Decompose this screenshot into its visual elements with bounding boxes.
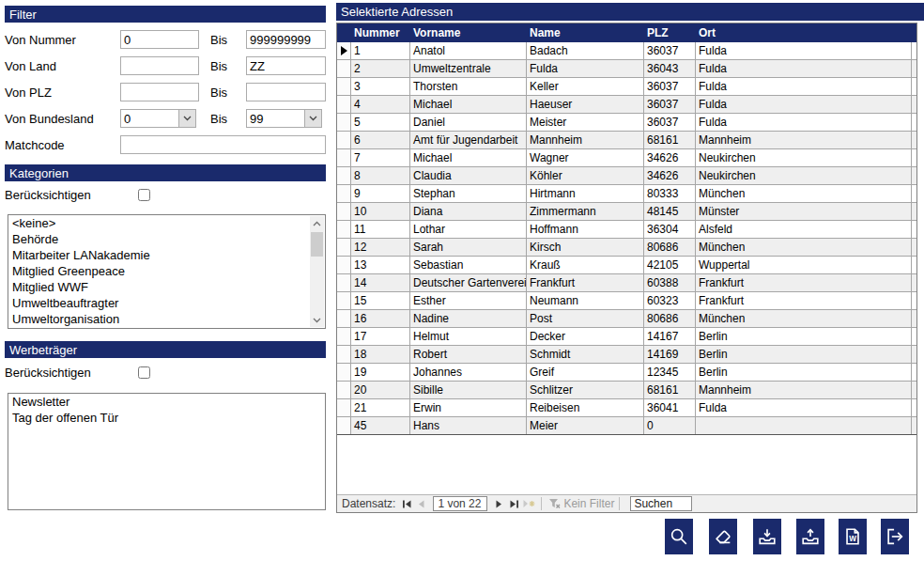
cell-ort[interactable]: Wuppertal	[696, 257, 912, 273]
cell-name[interactable]: Decker	[527, 328, 644, 345]
kategorien-consider-checkbox[interactable]	[138, 189, 150, 201]
cell-name[interactable]: Schmidt	[527, 346, 644, 363]
row-selector[interactable]	[337, 274, 351, 291]
kategorien-list-item[interactable]: Mitglied WWF	[8, 279, 325, 295]
next-record-button[interactable]	[491, 496, 506, 511]
row-selector[interactable]	[337, 149, 351, 166]
cell-nummer[interactable]: 3	[351, 78, 410, 95]
table-row[interactable]: 6Amt für JugendarbeitMannheim68161Mannhe…	[337, 132, 916, 149]
cell-plz[interactable]: 80686	[644, 239, 696, 256]
cell-ort[interactable]: Mannheim	[696, 382, 912, 398]
table-row[interactable]: 3ThorstenKeller36037Fulda	[337, 78, 916, 96]
col-header-vorname[interactable]: Vorname	[410, 26, 527, 39]
cell-name[interactable]: Frankfurt	[527, 274, 644, 291]
cell-ort[interactable]: München	[696, 185, 912, 202]
row-selector[interactable]	[337, 78, 351, 95]
von-bundesland-select[interactable]: 0	[120, 109, 196, 128]
cell-vorname[interactable]: Thorsten	[410, 78, 527, 95]
cell-vorname[interactable]: Robert	[410, 346, 527, 363]
cell-ort[interactable]	[696, 417, 912, 434]
table-row[interactable]: 18RobertSchmidt14169Berlin	[337, 346, 916, 364]
cell-vorname[interactable]: Johannes	[410, 364, 527, 381]
werbetraeger-consider-checkbox[interactable]	[138, 366, 150, 379]
cell-name[interactable]: Badach	[527, 42, 644, 59]
row-selector[interactable]	[337, 221, 351, 238]
cell-nummer[interactable]: 10	[351, 203, 410, 220]
word-export-button[interactable]: W	[839, 519, 867, 554]
cell-nummer[interactable]: 18	[351, 346, 410, 363]
cell-name[interactable]: Krauß	[527, 257, 644, 273]
cell-name[interactable]: Kirsch	[527, 239, 644, 256]
kategorien-list-item[interactable]: Mitglied Greenpeace	[8, 263, 325, 279]
bis-bundesland-select[interactable]: 99	[246, 109, 322, 128]
cell-nummer[interactable]: 8	[351, 167, 410, 184]
record-search-input[interactable]	[630, 496, 692, 511]
first-record-button[interactable]	[399, 496, 414, 511]
cell-ort[interactable]: Münster	[696, 203, 912, 220]
cell-vorname[interactable]: Anatol	[410, 42, 527, 59]
cell-plz[interactable]: 48145	[644, 203, 696, 220]
table-row[interactable]: 8ClaudiaKöhler34626Neukirchen	[337, 167, 916, 185]
col-header-name[interactable]: Name	[527, 26, 644, 39]
cell-name[interactable]: Reibeisen	[527, 399, 644, 416]
row-selector[interactable]	[337, 60, 351, 77]
cell-nummer[interactable]: 15	[351, 292, 410, 309]
kategorien-list-item[interactable]: <keine>	[8, 215, 325, 231]
cell-plz[interactable]: 68161	[644, 382, 696, 398]
table-row[interactable]: 12SarahKirsch80686München	[337, 239, 916, 257]
cell-vorname[interactable]: Daniel	[410, 114, 527, 131]
cell-vorname[interactable]: Helmut	[410, 328, 527, 345]
cell-name[interactable]: Post	[527, 310, 644, 327]
kategorien-listbox[interactable]: <keine>BehördeMitarbeiter LANakademieMit…	[8, 214, 326, 329]
cell-vorname[interactable]: Amt für Jugendarbeit	[410, 132, 527, 148]
cell-nummer[interactable]: 1	[351, 42, 410, 59]
cell-plz[interactable]: 0	[644, 417, 696, 434]
import-button[interactable]	[753, 519, 781, 554]
cell-vorname[interactable]: Lothar	[410, 221, 527, 238]
col-header-nummer[interactable]: Nummer	[351, 26, 410, 39]
cell-plz[interactable]: 14169	[644, 346, 696, 363]
cell-name[interactable]: Köhler	[527, 167, 644, 184]
cell-name[interactable]: Hirtmann	[527, 185, 644, 202]
cell-nummer[interactable]: 11	[351, 221, 410, 238]
new-record-button[interactable]	[521, 496, 536, 511]
cell-nummer[interactable]: 12	[351, 239, 410, 256]
table-row[interactable]: 15EstherNeumann60323Frankfurt	[337, 292, 916, 310]
cell-ort[interactable]: Fulda	[696, 42, 912, 59]
last-record-button[interactable]	[506, 496, 521, 511]
row-selector[interactable]	[337, 382, 351, 398]
cell-nummer[interactable]: 14	[351, 274, 410, 291]
bis-plz-input[interactable]	[246, 83, 326, 101]
cell-vorname[interactable]: Stephan	[410, 185, 527, 202]
row-selector[interactable]	[337, 185, 351, 202]
row-selector[interactable]	[337, 114, 351, 131]
cell-vorname[interactable]: Michael	[410, 149, 527, 166]
cell-plz[interactable]: 36037	[644, 78, 696, 95]
cell-vorname[interactable]: Esther	[410, 292, 527, 309]
cell-plz[interactable]: 80333	[644, 185, 696, 202]
cell-plz[interactable]: 36041	[644, 399, 696, 416]
cell-vorname[interactable]: Nadine	[410, 310, 527, 327]
row-selector[interactable]	[337, 364, 351, 381]
previous-record-button[interactable]	[414, 496, 429, 511]
row-selector[interactable]	[337, 257, 351, 273]
table-row[interactable]: 11LotharHoffmann36304Alsfeld	[337, 221, 916, 239]
row-selector[interactable]	[337, 310, 351, 327]
table-row[interactable]: 4MichaelHaeuser36037Fulda	[337, 96, 916, 114]
cell-nummer[interactable]: 4	[351, 96, 410, 113]
cell-vorname[interactable]: Hans	[410, 417, 527, 434]
cell-ort[interactable]: Berlin	[696, 346, 912, 363]
cell-vorname[interactable]: Sibille	[410, 382, 527, 398]
cell-ort[interactable]: Berlin	[696, 364, 912, 381]
table-row[interactable]: 1AnatolBadach36037Fulda	[337, 42, 916, 60]
cell-name[interactable]: Neumann	[527, 292, 644, 309]
cell-plz[interactable]: 12345	[644, 364, 696, 381]
bis-land-input[interactable]	[246, 56, 326, 75]
cell-ort[interactable]: Berlin	[696, 328, 912, 345]
cell-name[interactable]: Meister	[527, 114, 644, 131]
row-selector[interactable]	[337, 346, 351, 363]
cell-plz[interactable]: 36037	[644, 42, 696, 59]
cell-ort[interactable]: München	[696, 239, 912, 256]
table-row[interactable]: 20SibilleSchlitzer68161Mannheim	[337, 382, 916, 399]
cell-plz[interactable]: 42105	[644, 257, 696, 273]
